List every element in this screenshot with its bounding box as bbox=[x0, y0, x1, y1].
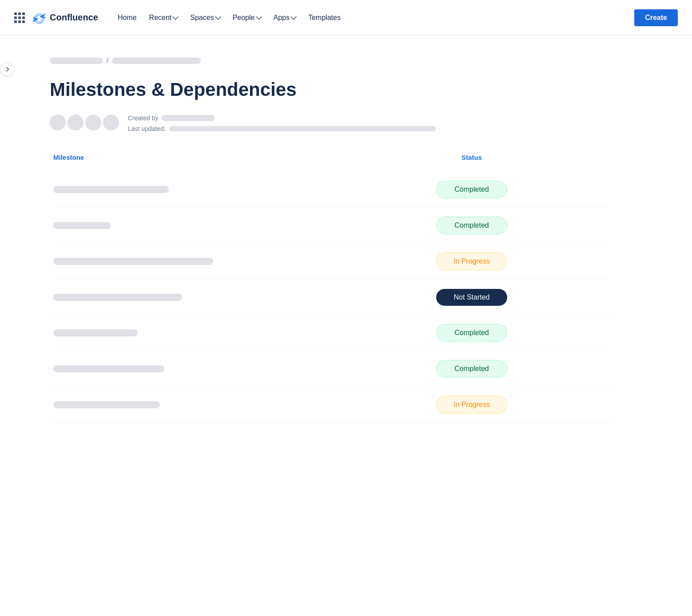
table-header: Milestone Status bbox=[50, 154, 615, 161]
nav-apps[interactable]: Apps bbox=[268, 10, 301, 25]
avatar bbox=[50, 115, 66, 130]
milestone-status[interactable]: Not Started bbox=[332, 289, 611, 306]
logo-text: Confluence bbox=[50, 12, 98, 23]
grid-menu-icon[interactable] bbox=[14, 12, 25, 23]
milestone-name-skeleton bbox=[53, 401, 160, 408]
milestone-name-skeleton bbox=[53, 294, 182, 301]
chevron-down-icon bbox=[290, 14, 297, 20]
status-badge[interactable]: In Progress bbox=[436, 253, 507, 270]
navbar: Confluence Home Recent Spaces People App… bbox=[0, 0, 692, 36]
status-badge[interactable]: Completed bbox=[436, 181, 507, 198]
status-badge[interactable]: Not Started bbox=[436, 289, 507, 306]
chevron-down-icon bbox=[172, 14, 179, 20]
milestone-name-skeleton bbox=[53, 329, 138, 336]
meta-updated: Last updated: bbox=[128, 125, 436, 132]
avatar bbox=[103, 115, 119, 130]
chevron-down-icon bbox=[255, 14, 262, 20]
table-row: Completed bbox=[50, 208, 615, 244]
breadcrumb-item-2[interactable] bbox=[112, 58, 201, 64]
milestone-name-skeleton bbox=[53, 258, 213, 265]
nav-templates[interactable]: Templates bbox=[303, 10, 346, 25]
status-badge[interactable]: Completed bbox=[436, 217, 507, 234]
breadcrumb-item-1[interactable] bbox=[50, 58, 103, 64]
meta-created: Created by bbox=[128, 115, 436, 122]
milestone-name-skeleton bbox=[53, 222, 111, 229]
avatar bbox=[68, 115, 84, 130]
status-badge[interactable]: In Progress bbox=[436, 396, 507, 414]
last-updated-skeleton bbox=[169, 126, 436, 131]
table-row: Completed bbox=[50, 351, 615, 387]
nav-spaces[interactable]: Spaces bbox=[185, 10, 225, 25]
table-row: In Progress bbox=[50, 387, 615, 423]
milestone-status[interactable]: In Progress bbox=[332, 253, 611, 270]
confluence-logo[interactable]: Confluence bbox=[32, 11, 98, 25]
milestone-status[interactable]: In Progress bbox=[332, 396, 611, 414]
breadcrumb-separator: / bbox=[107, 57, 108, 65]
chevron-down-icon bbox=[215, 14, 221, 20]
milestone-status[interactable]: Completed bbox=[332, 217, 611, 234]
nav-recent[interactable]: Recent bbox=[144, 10, 183, 25]
page-title: Milestones & Dependencies bbox=[50, 79, 615, 100]
table-row: Not Started bbox=[50, 280, 615, 315]
milestone-status[interactable]: Completed bbox=[332, 181, 611, 198]
col-header-milestone: Milestone bbox=[53, 154, 332, 161]
milestone-name-skeleton bbox=[53, 186, 169, 193]
col-header-status: Status bbox=[332, 154, 611, 161]
table-row: In Progress bbox=[50, 244, 615, 280]
page-layout: / Milestones & Dependencies Created by L… bbox=[0, 36, 692, 444]
contributor-avatars bbox=[50, 115, 121, 130]
nav-items: Home Recent Spaces People Apps Templates bbox=[112, 10, 634, 25]
create-button[interactable]: Create bbox=[634, 9, 678, 26]
meta-text: Created by Last updated: bbox=[128, 115, 436, 132]
page-meta: Created by Last updated: bbox=[50, 115, 615, 132]
nav-home[interactable]: Home bbox=[112, 10, 142, 25]
milestone-status[interactable]: Completed bbox=[332, 360, 611, 378]
avatar bbox=[85, 115, 101, 130]
sidebar-toggle-button[interactable] bbox=[0, 62, 14, 76]
milestone-name-skeleton bbox=[53, 365, 164, 372]
milestone-status[interactable]: Completed bbox=[332, 324, 611, 342]
chevron-right-icon bbox=[4, 67, 9, 71]
main-content: / Milestones & Dependencies Created by L… bbox=[21, 36, 643, 444]
created-by-name-skeleton bbox=[162, 115, 215, 121]
status-badge[interactable]: Completed bbox=[436, 360, 507, 378]
milestone-list: Completed Completed In Progress Not Star… bbox=[50, 172, 615, 423]
status-badge[interactable]: Completed bbox=[436, 324, 507, 342]
nav-people[interactable]: People bbox=[227, 10, 266, 25]
table-row: Completed bbox=[50, 172, 615, 208]
table-row: Completed bbox=[50, 315, 615, 351]
breadcrumb: / bbox=[50, 57, 615, 65]
